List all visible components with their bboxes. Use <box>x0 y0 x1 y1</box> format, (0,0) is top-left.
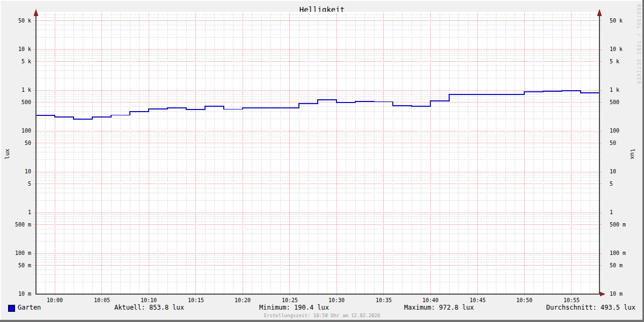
x-axis-label: 10:00 <box>39 297 71 304</box>
y-axis-label: 50 k <box>2 18 31 24</box>
y-axis-label: 10 k <box>610 46 623 53</box>
y-axis-label: 100 <box>610 128 619 134</box>
y-axis-label: 10 <box>2 169 31 175</box>
x-axis-label: 10:30 <box>320 297 353 304</box>
y-axis-label: 5 k <box>610 58 619 65</box>
x-axis-label: 10:40 <box>414 297 447 304</box>
y-axis-label: 50 m <box>2 262 31 269</box>
y-axis-label: 1 k <box>610 87 619 93</box>
y-axis-label: 100 <box>2 128 31 134</box>
rrdtool-watermark: RRDTOOL / TOBI OETIKER <box>636 4 641 85</box>
stat-maximum: Maximum: 972.8 lux <box>404 304 474 311</box>
y-axis-label: 500 <box>2 99 31 106</box>
bevel-bottom <box>0 320 644 322</box>
y-axis-label: 100 m <box>2 250 31 257</box>
y-axis-label: 50 k <box>610 18 623 24</box>
y-axis-label: 5 k <box>2 58 31 65</box>
x-axis-label: 10:25 <box>274 297 306 304</box>
x-axis-label: 10:15 <box>180 297 212 304</box>
x-axis-label: 10:20 <box>226 297 259 304</box>
x-axis-label: 10:10 <box>133 297 165 304</box>
y-axis-label: 50 m <box>610 262 623 269</box>
plot-canvas <box>0 0 644 322</box>
y-axis-label: 100 m <box>610 250 626 257</box>
creation-timestamp: Erstellungszeit: 10:58 Uhr am 12.02.2026 <box>0 313 644 318</box>
series-color-swatch <box>8 305 15 312</box>
x-axis-label: 10:35 <box>368 297 400 304</box>
bevel-left <box>0 0 1 322</box>
y-axis-label: 50 <box>610 140 616 147</box>
y-axis-label: 500 m <box>610 222 626 228</box>
stat-current: Aktuell: 853.8 lux <box>114 304 184 311</box>
y-axis-unit-left: lux <box>3 143 12 165</box>
y-axis-label: 10 <box>610 169 616 175</box>
stat-minimum: Minimum: 190.4 lux <box>259 304 329 311</box>
stat-average: Durchschnitt: 493.5 lux <box>546 304 635 311</box>
y-axis-label: 500 <box>610 99 619 106</box>
series-label: Garten <box>18 304 41 311</box>
y-axis-label: 10 m <box>610 291 623 297</box>
x-axis-label: 10:05 <box>86 297 118 304</box>
x-axis-label: 10:55 <box>555 297 588 304</box>
x-axis-label: 10:45 <box>462 297 494 304</box>
rrdtool-graph: Helligkeit 50 k10 k5 k1 k500100501051500… <box>0 0 644 322</box>
y-axis-label: 5 <box>610 181 613 187</box>
y-axis-label: 1 k <box>2 87 31 93</box>
x-axis-label: 10:50 <box>508 297 540 304</box>
y-axis-label: 1 <box>2 209 31 216</box>
y-axis-unit-right: lux <box>628 143 636 165</box>
y-axis-label: 5 <box>2 181 31 187</box>
y-axis-label: 10 m <box>2 291 31 297</box>
y-axis-label: 1 <box>610 209 613 216</box>
bevel-top <box>0 0 644 1</box>
y-axis-label: 500 m <box>2 222 31 228</box>
y-axis-label: 10 k <box>2 46 31 53</box>
legend-stats-row: Garten Aktuell: 853.8 lux Minimum: 190.4… <box>0 304 644 312</box>
